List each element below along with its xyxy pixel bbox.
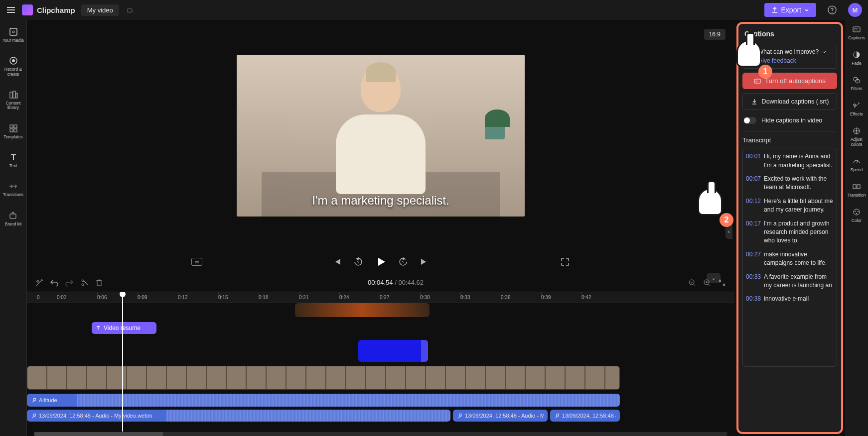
hide-captions-toggle[interactable] [743, 117, 756, 124]
audio-track-recording-3[interactable]: 13/09/2024, 12:58:48 - [550, 410, 620, 422]
record-icon [8, 56, 18, 66]
timeline-ruler[interactable]: 0 0:030:060:090:120:150:180:210:240:270:… [27, 292, 734, 303]
caption-overlay: I'm a marketing specialist. [312, 194, 449, 208]
rewind-5-button[interactable]: 5 [352, 256, 364, 268]
skip-forward-button[interactable] [418, 256, 430, 268]
export-icon [771, 6, 778, 13]
transcript-list[interactable]: 00:01Hi, my name is Anna and I'm a marke… [742, 148, 837, 367]
music-icon [31, 398, 36, 403]
transcript-text: make innovative campaigns come to life. [764, 250, 834, 268]
cc-off-icon: cc [754, 78, 761, 85]
transcript-row[interactable]: 00:17I'm a product and growth research m… [746, 219, 834, 245]
skip-back-button[interactable] [331, 256, 343, 268]
zoom-in-button[interactable] [703, 278, 712, 287]
effects-icon [852, 101, 861, 110]
text-icon [96, 326, 101, 330]
cc-toggle-button[interactable]: cc [191, 258, 202, 266]
undo-button[interactable] [50, 278, 59, 287]
delete-button[interactable] [95, 278, 104, 287]
sidebar-item-transitions[interactable]: Transitions [3, 179, 23, 199]
sidebar-item-record[interactable]: Record & create [0, 54, 26, 79]
zoom-fit-button[interactable] [718, 278, 726, 287]
svg-point-30 [858, 211, 859, 212]
menu-icon[interactable] [6, 5, 16, 15]
timeline[interactable]: 0 0:030:060:090:120:150:180:210:240:270:… [27, 292, 734, 436]
ruler-tick: 0:27 [380, 292, 420, 303]
main-video-clip[interactable] [27, 366, 620, 390]
help-icon[interactable] [827, 5, 837, 15]
b-roll-clip[interactable] [295, 303, 430, 317]
ruler-tick: 0:18 [259, 292, 299, 303]
brand-logo[interactable]: Clipchamp [22, 4, 75, 15]
transcript-row[interactable]: 00:38innovative e-mail [746, 295, 834, 303]
sidebar-item-transition[interactable]: Transition [847, 182, 866, 198]
svg-text:5: 5 [357, 260, 359, 264]
video-title-input[interactable]: My video [81, 4, 119, 16]
chevron-down-icon[interactable] [822, 49, 827, 54]
lightbulb-icon [748, 48, 755, 55]
svg-rect-2 [10, 28, 17, 35]
duration: 00:44.62 [398, 279, 424, 286]
svg-rect-6 [10, 92, 12, 98]
fade-icon [852, 50, 861, 59]
transcript-row[interactable]: 00:12Here's a little bit about me and my… [746, 197, 834, 215]
right-sidebar: CC Captions Fade Filters Effects Adjust … [845, 20, 868, 436]
captions-panel-title: Captions [742, 29, 837, 39]
sidebar-item-text[interactable]: Text [8, 150, 18, 170]
top-bar: Clipchamp My video Export M [0, 0, 868, 20]
transcript-row[interactable]: 00:27make innovative campaigns come to l… [746, 250, 834, 268]
download-captions-button[interactable]: Download captions (.srt) [742, 93, 837, 110]
svg-point-31 [856, 213, 857, 214]
feedback-box: What can we improve? Give feedback [742, 44, 837, 69]
give-feedback-link[interactable]: Give feedback [748, 57, 832, 64]
redo-button[interactable] [65, 278, 74, 287]
text-clip[interactable]: Video resume [92, 322, 156, 334]
transcript-timestamp: 00:12 [746, 197, 761, 215]
transcript-row[interactable]: 00:33A favorite example from my career i… [746, 273, 834, 290]
sidebar-item-content-library[interactable]: Content library [0, 88, 26, 112]
sidebar-item-color[interactable]: Color [852, 208, 862, 223]
transcript-timestamp: 00:17 [746, 219, 761, 245]
aspect-ratio-selector[interactable]: 16:9 [704, 29, 725, 40]
sidebar-item-adjust-colors[interactable]: Adjust colors [845, 126, 868, 147]
sidebar-item-filters[interactable]: Filters [851, 76, 862, 91]
user-avatar[interactable]: M [848, 3, 862, 17]
transcript-row[interactable]: 00:07Excited to work with the team at Mi… [746, 175, 834, 192]
video-preview[interactable]: I'm a marketing specialist. [237, 55, 525, 217]
svg-rect-10 [14, 125, 17, 128]
transcript-timestamp: 00:01 [746, 152, 761, 170]
export-button[interactable]: Export [764, 3, 816, 17]
collapse-right-button[interactable]: ‹ [725, 224, 732, 239]
transcript-row[interactable]: 00:01Hi, my name is Anna and I'm a marke… [746, 152, 834, 170]
audio-track-altitude[interactable]: Altitude [27, 394, 620, 407]
overlay-clip[interactable] [358, 340, 428, 362]
turn-off-autocaptions-button[interactable]: cc Turn off autocaptions [742, 73, 837, 89]
split-button[interactable] [80, 278, 89, 287]
forward-5-button[interactable]: 5 [397, 256, 409, 268]
ruler-tick: 0:42 [581, 292, 622, 303]
sidebar-item-fade[interactable]: Fade [852, 50, 861, 66]
sidebar-item-your-media[interactable]: Your media [2, 25, 24, 45]
transcript-text: innovative e-mail [764, 295, 809, 303]
play-button[interactable] [373, 254, 388, 269]
sidebar-item-effects[interactable]: Effects [850, 101, 863, 116]
svg-rect-13 [10, 214, 16, 218]
svg-point-5 [12, 59, 15, 62]
audio-track-recording-1[interactable]: 13/09/2024, 12:58:48 - Audio - My video.… [27, 410, 450, 422]
music-icon [31, 413, 36, 418]
ruler-tick: 0:24 [339, 292, 380, 303]
zoom-out-button[interactable] [688, 278, 697, 287]
sidebar-item-templates[interactable]: Templates [3, 121, 23, 141]
fullscreen-button[interactable] [560, 257, 570, 267]
timeline-scrollbar[interactable] [34, 432, 727, 436]
svg-rect-11 [10, 129, 13, 132]
playhead[interactable] [122, 292, 123, 432]
audio-track-recording-2[interactable]: 13/09/2024, 12:58:48 - Audio - M [453, 410, 548, 422]
transcript-text: I'm a product and growth research minded… [764, 219, 834, 245]
sidebar-item-brand-kit[interactable]: Brand kit [5, 209, 22, 228]
cloud-sync-icon[interactable] [125, 5, 134, 14]
magic-tool-icon[interactable] [35, 278, 44, 287]
sidebar-item-speed[interactable]: Speed [851, 157, 863, 172]
svg-rect-12 [14, 129, 17, 132]
sidebar-item-captions[interactable]: CC Captions [848, 25, 865, 40]
